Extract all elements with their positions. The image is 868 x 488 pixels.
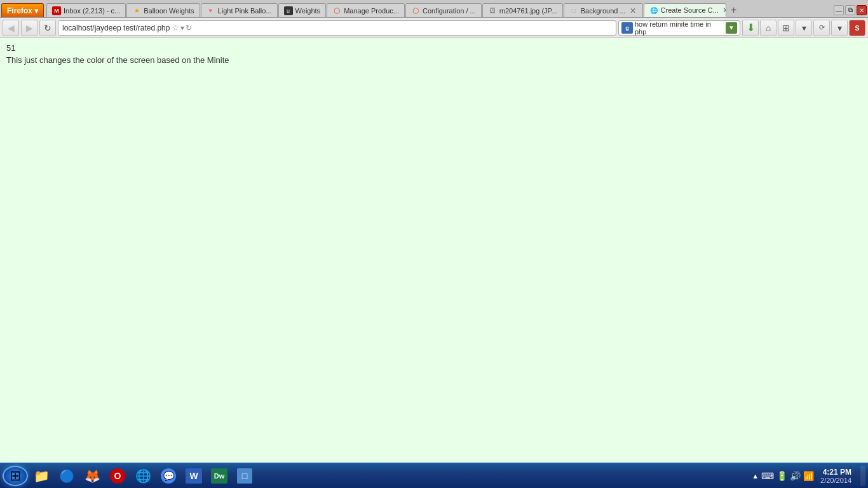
firefox-icon: 🦊 xyxy=(85,468,100,484)
reload-small-icon[interactable]: ↻ xyxy=(186,24,192,32)
taskbar-date: 2/20/2014 xyxy=(820,477,851,484)
tab-label-gmail: Inbox (2,213) - c... xyxy=(64,7,120,15)
tab-label-manage-products: Manage Produc... xyxy=(344,7,399,15)
tray-keyboard-icon: ⌨ xyxy=(761,471,774,481)
tab-weights[interactable]: u Weights xyxy=(278,3,327,17)
tray-up-arrow[interactable]: ▲ xyxy=(752,472,759,480)
tab-label-light-pink: Light Pink Ballo... xyxy=(218,7,272,15)
address-text: localhost/jaydeep test/rated.php xyxy=(62,24,170,32)
tab-close-create-source[interactable]: ✕ xyxy=(721,6,726,15)
home-button[interactable]: ⌂ xyxy=(760,20,776,36)
sync-button[interactable]: ⟳ xyxy=(813,20,830,36)
favicon-gmail: M xyxy=(52,6,61,15)
tray-volume-icon: 🔊 xyxy=(790,471,801,481)
taskbar-firefox[interactable]: 🦊 xyxy=(80,466,104,486)
nav-more-button[interactable]: ▾ xyxy=(796,20,812,36)
tab-balloon-weights[interactable]: ★ Balloon Weights xyxy=(126,3,200,17)
download-button[interactable]: ⬇ xyxy=(742,20,759,36)
taskbar-ie[interactable]: 🌐 xyxy=(131,466,155,486)
account-button[interactable]: S xyxy=(849,20,865,36)
tab-gmail[interactable]: M Inbox (2,213) - c... xyxy=(46,3,126,17)
nav-bar: ◀ ▶ ↻ localhost/jaydeep test/rated.php ☆… xyxy=(0,18,868,38)
taskbar-opera[interactable]: O xyxy=(105,466,130,486)
nav-extra-button[interactable]: ▾ xyxy=(831,20,848,36)
page-content: 51 This just changes the color of the sc… xyxy=(0,38,868,463)
favicon-image: 🖼 xyxy=(488,6,497,15)
start-button[interactable]: ⊞ xyxy=(3,466,28,486)
favicon-manage-products: ⬡ xyxy=(332,6,341,15)
firefox-menu-button[interactable]: Firefox ▾ xyxy=(1,3,44,17)
taskbar: ⊞ 📁 🔵 🦊 O 🌐 💬 W Dw □ ▲ xyxy=(0,463,868,488)
show-desktop-button[interactable] xyxy=(860,466,865,486)
search-input[interactable]: how return minite time in php xyxy=(635,20,724,36)
favicon-weights: u xyxy=(284,6,293,15)
tab-label-image: m204761.jpg (JP... xyxy=(499,7,557,15)
taskbar-explorer[interactable]: 📁 xyxy=(29,466,53,486)
browser-window: Firefox ▾ M Inbox (2,213) - c... ★ Ballo… xyxy=(0,0,868,488)
taskbar-time: 4:21 PM xyxy=(823,468,851,477)
favicon-light-pink: ♥ xyxy=(207,6,215,15)
new-tab-button[interactable]: + xyxy=(727,3,741,17)
tray-network-icon: 📶 xyxy=(803,471,814,481)
tab-label-weights: Weights xyxy=(295,7,321,15)
reload-button[interactable]: ↻ xyxy=(39,20,56,36)
chrome-icon: 🔵 xyxy=(59,468,75,484)
firefox-label: Firefox xyxy=(7,6,32,15)
system-tray: ▲ ⌨ 🔋 🔊 📶 xyxy=(752,471,814,481)
nav-right-buttons: ⬇ ⌂ ⊞ ▾ ⟳ ▾ S xyxy=(742,20,865,36)
restore-button[interactable]: ⧉ xyxy=(845,5,855,15)
dreamweaver-icon: Dw xyxy=(211,468,227,484)
tab-background[interactable]: □ Background ... ✕ xyxy=(564,3,643,17)
taskbar-unknown[interactable]: □ xyxy=(233,466,257,486)
taskbar-gtalk[interactable]: 💬 xyxy=(156,466,180,486)
favicon-configuration: ⬡ xyxy=(411,6,420,15)
minimize-button[interactable]: — xyxy=(834,5,844,15)
taskbar-chrome[interactable]: 🔵 xyxy=(55,466,79,486)
search-submit-button[interactable]: ▼ xyxy=(726,22,737,34)
tab-label-create-source: Create Source C... xyxy=(661,6,719,14)
taskbar-dreamweaver[interactable]: Dw xyxy=(207,466,231,486)
start-icon: ⊞ xyxy=(10,468,21,484)
bookmark-star-icon[interactable]: ☆ xyxy=(172,24,179,32)
tab-manage-products[interactable]: ⬡ Manage Produc... xyxy=(327,3,405,17)
tab-light-pink[interactable]: ♥ Light Pink Ballo... xyxy=(201,3,278,17)
bookmark-down-icon[interactable]: ▾ xyxy=(180,24,184,32)
tab-label-background: Background ... xyxy=(581,7,626,15)
forward-button[interactable]: ▶ xyxy=(21,20,37,36)
opera-icon: O xyxy=(110,468,125,484)
word-icon: W xyxy=(186,468,202,484)
tab-image[interactable]: 🖼 m204761.jpg (JP... xyxy=(482,3,563,17)
bookmarks-button[interactable]: ⊞ xyxy=(778,20,794,36)
firefox-dropdown-icon: ▾ xyxy=(34,6,38,15)
back-button[interactable]: ◀ xyxy=(3,20,19,36)
tab-create-source[interactable]: 🌐 Create Source C... ✕ xyxy=(644,3,726,17)
favicon-create-source: 🌐 xyxy=(649,6,658,15)
page-text: This just changes the color of the scree… xyxy=(6,55,862,65)
tab-bar: Firefox ▾ M Inbox (2,213) - c... ★ Ballo… xyxy=(0,0,868,18)
favicon-background: □ xyxy=(569,6,578,15)
unknown-icon: □ xyxy=(237,468,252,484)
favicon-balloon-weights: ★ xyxy=(132,6,141,15)
tab-label-configuration: Configuration / ... xyxy=(423,7,476,15)
search-bar: g how return minite time in php ▼ xyxy=(618,20,740,36)
gtalk-icon: 💬 xyxy=(161,468,176,484)
ie-icon: 🌐 xyxy=(135,468,151,484)
tab-close-background[interactable]: ✕ xyxy=(628,6,637,15)
close-button[interactable]: ✕ xyxy=(857,5,867,15)
page-number: 51 xyxy=(6,43,862,53)
search-engine-icon: g xyxy=(621,22,633,34)
taskbar-clock[interactable]: 4:21 PM 2/20/2014 xyxy=(815,468,857,484)
explorer-icon: 📁 xyxy=(34,468,50,484)
address-bar[interactable]: localhost/jaydeep test/rated.php ☆ ▾ ↻ xyxy=(58,20,616,36)
tray-battery-icon: 🔋 xyxy=(776,471,787,481)
taskbar-word[interactable]: W xyxy=(182,466,206,486)
tab-label-balloon-weights: Balloon Weights xyxy=(144,7,194,15)
tab-configuration[interactable]: ⬡ Configuration / ... xyxy=(405,3,482,17)
